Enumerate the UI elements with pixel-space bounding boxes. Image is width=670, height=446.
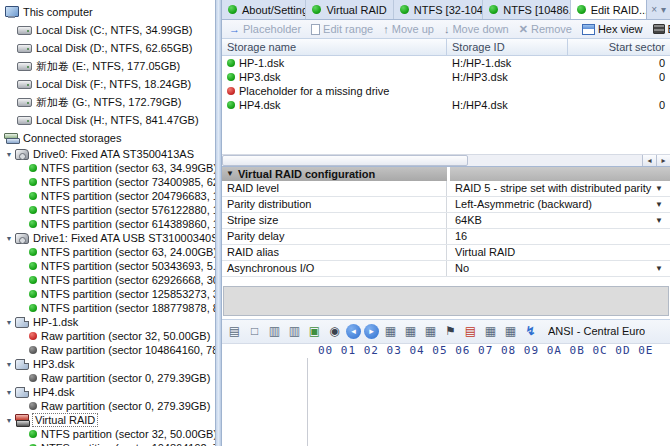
scrollbar-thumb[interactable] (222, 155, 468, 166)
scroll-left-button[interactable]: ◂ (642, 155, 656, 166)
select-block-icon[interactable]: □ (246, 323, 263, 339)
dropdown-arrow-icon[interactable]: ▼ (655, 184, 665, 193)
tree-item-this-computer[interactable]: This computer (0, 3, 215, 21)
tree-item-volume-e[interactable]: 新加卷 (E:, NTFS, 177.05GB) (0, 57, 215, 75)
move-down-button[interactable]: ↓Move down (441, 23, 512, 35)
tab-ntfs-2[interactable]: NTFS [10486... (483, 0, 570, 19)
tree-item-local-disk-c[interactable]: Local Disk (C:, NTFS, 34.99GB) (0, 21, 215, 39)
scroll-right-button[interactable]: ▸ (656, 155, 670, 166)
tree-item-drive1[interactable]: Drive1: Fixed ATA USB ST31000340SV (0, 231, 215, 245)
dropdown-arrow-icon[interactable]: ▼ (655, 264, 665, 273)
async-io-select[interactable]: No▼ (450, 261, 670, 276)
column-storage-id[interactable]: Storage ID (447, 39, 568, 55)
column-start-sector[interactable]: Start sector (568, 39, 670, 55)
table-row[interactable]: HP3.dsk H:/HP3.dsk 0 (222, 70, 670, 84)
encoding-select[interactable]: ANSI - Central Euro (548, 325, 645, 337)
table-row[interactable]: HP-1.dsk H:/HP-1.dsk 0 (222, 56, 670, 70)
edit-range-button[interactable]: Edit range (308, 23, 376, 35)
tree-item-label: Raw partition (sector 104864160, 788.07G… (41, 344, 215, 356)
close-tab-icon[interactable]: × (651, 4, 657, 15)
parity-distribution-select[interactable]: Left-Asymmetric (backward)▼ (450, 197, 670, 212)
disk-image-icon (15, 387, 29, 398)
collapse-arrow-icon[interactable] (3, 319, 15, 326)
tree-item-partition[interactable]: NTFS partition (sector 63, 24.00GB) (0, 245, 215, 259)
stripe-size-select[interactable]: 64KB▼ (450, 213, 670, 228)
partition-raw-icon (29, 402, 37, 410)
tree-item-partition[interactable]: NTFS partition (sector 50343693, 5.99GB) (0, 259, 215, 273)
tree-item-hp4-dsk[interactable]: HP4.dsk (0, 385, 215, 399)
tree-item-partition[interactable]: NTFS partition (sector 63, 34.99GB) (0, 161, 215, 175)
prev-object-icon[interactable]: ▦ (402, 323, 419, 339)
tab-ntfs-1[interactable]: NTFS [32-104... (394, 0, 483, 19)
tree-item-local-disk-f[interactable]: Local Disk (F:, NTFS, 18.24GB) (0, 75, 215, 93)
save-icon[interactable]: ▤ (226, 323, 243, 339)
tab-edit-raid[interactable]: Edit RAID... (571, 0, 648, 19)
partition-ok-icon (29, 220, 37, 228)
tree-item-virtual-raid[interactable]: Virtual RAID (0, 413, 215, 427)
tab-virtual-raid[interactable]: Virtual RAID (306, 0, 393, 19)
tree-item-partition[interactable]: NTFS partition (sector 62926668, 30.00GB… (0, 273, 215, 287)
tree-item-partition[interactable]: Raw partition (sector 104864160, 788.07G… (0, 343, 215, 357)
tree-item-partition[interactable]: Raw partition (sector 0, 279.39GB) (0, 371, 215, 385)
table-row[interactable]: HP4.dsk H:/HP4.dsk 0 (222, 98, 670, 112)
tree-item-partition[interactable]: NTFS partition (sector 125853273, 30.00G… (0, 287, 215, 301)
log-document-icon[interactable]: ▤ (462, 323, 479, 339)
placeholder-button[interactable]: →Placeholder (226, 23, 304, 35)
dropdown-arrow-icon[interactable]: ▼ (655, 216, 665, 225)
tree-item-partition[interactable]: NTFS partition (sector 204796683, 177.05… (0, 189, 215, 203)
tree-item-volume-g[interactable]: 新加卷 (G:, NTFS, 172.79GB) (0, 93, 215, 111)
tree-item-partition[interactable]: NTFS partition (sector 32, 50.00GB) (0, 427, 215, 441)
tree-item-label: NTFS partition (sector 63, 34.99GB) (41, 162, 215, 174)
raid-alias-field[interactable]: Virtual RAID (450, 245, 670, 260)
collapse-arrow-icon[interactable] (3, 151, 15, 158)
tree-item-hp1-dsk[interactable]: HP-1.dsk (0, 315, 215, 329)
config-header[interactable]: Virtual RAID configuration (222, 167, 670, 181)
tree-item-local-disk-h[interactable]: Local Disk (H:, NTFS, 841.47GB) (0, 111, 215, 129)
back-icon[interactable]: ◂ (346, 324, 361, 339)
arrow-down-icon: ↓ (444, 24, 450, 35)
hex-content-area[interactable] (308, 358, 670, 446)
goto-offset-icon[interactable]: ▦ (382, 323, 399, 339)
move-up-button[interactable]: ↑Move up (380, 23, 437, 35)
tree-item-partition[interactable]: NTFS partition (sector 188779878, 841.47… (0, 301, 215, 315)
tree-item-hp3-dsk[interactable]: HP3.dsk (0, 357, 215, 371)
collapse-arrow-icon[interactable] (3, 417, 15, 424)
column-storage-name[interactable]: Storage name (222, 39, 447, 55)
tree-item-partition[interactable]: Raw partition (sector 0, 279.39GB) (0, 399, 215, 413)
next-object-icon[interactable]: ▦ (422, 323, 439, 339)
parity-delay-field[interactable]: 16 (450, 229, 670, 244)
collapse-arrow-icon[interactable] (3, 389, 15, 396)
tree-item-drive0[interactable]: Drive0: Fixed ATA ST3500413AS (0, 147, 215, 161)
sector-edit-icon[interactable]: ▦ (482, 323, 499, 339)
tree-item-connected-storages[interactable]: Connected storages (0, 129, 215, 147)
tree-item-partition[interactable]: NTFS partition (sector 73400985, 62.65GB… (0, 175, 215, 189)
dropdown-arrow-icon[interactable]: ▼ (655, 200, 665, 209)
collapse-arrow-icon[interactable] (226, 169, 234, 178)
copy-icon[interactable]: ▥ (266, 323, 283, 339)
paste-icon[interactable]: ▣ (306, 323, 323, 339)
tree-item-partition[interactable]: NTFS partition (sector 614389860, 172.79… (0, 217, 215, 231)
tab-about-settings[interactable]: About/Settings (222, 0, 306, 19)
tree-item-partition[interactable]: NTFS partition (sector 104864192, 788.07… (0, 441, 215, 446)
find-icon[interactable]: ◉ (326, 323, 343, 339)
bookmark-flag-icon[interactable]: ⚑ (442, 323, 459, 339)
forward-icon[interactable]: ▸ (364, 324, 379, 339)
collapse-arrow-icon[interactable] (3, 235, 15, 242)
config-value: Left-Asymmetric (backward) (455, 198, 592, 210)
tree-item-partition[interactable]: NTFS partition (sector 576122880, 18.24G… (0, 203, 215, 217)
collapse-arrow-icon[interactable] (3, 361, 15, 368)
build-button[interactable]: Build▾ (650, 23, 670, 35)
horizontal-scrollbar[interactable]: ◂ ▸ (222, 154, 670, 166)
raid-level-select[interactable]: RAID 5 - stripe set with distributed par… (450, 181, 670, 196)
tab-menu-icon[interactable]: ▾ (661, 4, 666, 15)
copy-formatted-icon[interactable]: ▥ (286, 323, 303, 339)
hex-view-button[interactable]: Hex view (579, 23, 646, 35)
panel-splitter[interactable] (215, 0, 222, 446)
tree-item-partition[interactable]: Raw partition (sector 32, 50.00GB) (0, 329, 215, 343)
raid-toolbar: →Placeholder Edit range ↑Move up ↓Move d… (222, 20, 670, 39)
remove-button[interactable]: ✕Remove (516, 23, 575, 35)
sector-view-icon[interactable]: ▦ (502, 323, 519, 339)
table-row[interactable]: Placeholder for a missing drive (222, 84, 670, 98)
tree-item-local-disk-d[interactable]: Local Disk (D:, NTFS, 62.65GB) (0, 39, 215, 57)
refresh-icon[interactable]: ↯ (522, 323, 539, 339)
